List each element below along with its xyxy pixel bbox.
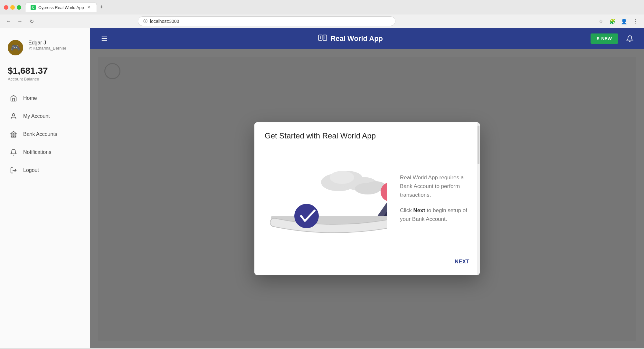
minimize-window-button[interactable] <box>10 5 15 10</box>
main-content: Real World App $ NEW <box>90 28 644 348</box>
user-name: Edgar J <box>28 40 66 46</box>
forward-button[interactable]: → <box>15 17 24 26</box>
person-icon <box>9 112 18 121</box>
svg-rect-2 <box>11 134 12 137</box>
sidebar-item-my-account-label: My Account <box>23 113 50 119</box>
svg-rect-4 <box>15 134 16 137</box>
sidebar-item-bank-accounts-label: Bank Accounts <box>23 131 57 137</box>
modal-text: Real World App requires a Bank Account t… <box>400 173 469 223</box>
new-tab-button[interactable]: + <box>97 3 106 12</box>
modal-title: Get Started with Real World App <box>265 131 469 140</box>
profile-button[interactable]: 👤 <box>620 17 629 26</box>
svg-point-0 <box>12 114 14 116</box>
sidebar-item-home-label: Home <box>23 95 37 101</box>
modal-illustration <box>265 153 387 243</box>
modal-header: Get Started with Real World App <box>254 122 480 146</box>
sidebar: 🎮 Edgar J @Katharina_Bernier $1,681.37 A… <box>0 28 90 348</box>
reload-button[interactable]: ↻ <box>27 17 36 26</box>
top-nav: Real World App $ NEW <box>90 28 644 49</box>
scrollbar-thumb <box>478 126 479 164</box>
sidebar-item-home[interactable]: Home <box>4 89 86 107</box>
sidebar-item-notifications[interactable]: Notifications <box>4 143 86 161</box>
bank-icon <box>9 130 18 139</box>
tab-bar: C Cypress Real World App ✕ + <box>25 3 640 12</box>
modal-body: Real World App requires a Bank Account t… <box>254 146 480 251</box>
address-bar: ← → ↻ ⓘ localhost:3000 ☆ 🧩 👤 ⋮ <box>0 14 644 28</box>
modal-dialog: Get Started with Real World App <box>254 122 480 275</box>
notification-button[interactable] <box>623 32 636 45</box>
user-section: 🎮 Edgar J @Katharina_Bernier <box>0 35 90 63</box>
balance-amount: $1,681.37 <box>8 66 82 76</box>
tab-close-button[interactable]: ✕ <box>86 5 91 10</box>
close-window-button[interactable] <box>4 5 8 10</box>
svg-rect-3 <box>13 134 14 137</box>
modal-overlay: Get Started with Real World App <box>90 49 644 348</box>
new-button-label: NEW <box>601 36 612 41</box>
sidebar-item-my-account[interactable]: My Account <box>4 107 86 125</box>
modal-description-2-prefix: Click <box>400 207 413 213</box>
sidebar-item-notifications-label: Notifications <box>23 149 51 155</box>
new-transaction-button[interactable]: $ NEW <box>591 33 618 44</box>
balance-section: $1,681.37 Account Balance <box>0 63 90 89</box>
maximize-window-button[interactable] <box>17 5 21 10</box>
nav-menu: Home My Account <box>0 89 90 179</box>
user-info: Edgar J @Katharina_Bernier <box>28 40 66 51</box>
active-tab[interactable]: C Cypress Real World App ✕ <box>25 3 97 12</box>
modal-scrollbar[interactable] <box>477 122 480 275</box>
bookmark-button[interactable]: ☆ <box>596 17 605 26</box>
avatar: 🎮 <box>8 40 23 55</box>
modal-next-bold: Next <box>413 207 425 213</box>
modal-footer: NEXT <box>254 251 480 275</box>
app-logo: Real World App <box>116 34 585 43</box>
balance-label: Account Balance <box>8 77 82 81</box>
page-content: Get Started with Real World App <box>90 49 644 348</box>
user-handle: @Katharina_Bernier <box>28 46 66 51</box>
svg-point-17 <box>330 171 354 184</box>
hamburger-button[interactable] <box>98 32 111 45</box>
traffic-lights <box>4 5 21 10</box>
url-bar[interactable]: ⓘ localhost:3000 <box>138 16 395 26</box>
logo-icon <box>318 34 327 43</box>
sidebar-item-logout-label: Logout <box>23 167 39 173</box>
sidebar-item-logout[interactable]: Logout <box>4 161 86 179</box>
tab-favicon: C <box>31 5 36 10</box>
app-title: Real World App <box>330 34 383 43</box>
url-text: localhost:3000 <box>150 19 179 24</box>
extensions-button[interactable]: 🧩 <box>608 17 617 26</box>
tab-title: Cypress Real World App <box>38 5 84 10</box>
title-bar: C Cypress Real World App ✕ + <box>0 0 644 14</box>
browser-actions: ☆ 🧩 👤 ⋮ <box>596 17 640 26</box>
svg-point-35 <box>294 204 319 228</box>
back-button[interactable]: ← <box>4 17 13 26</box>
logout-icon <box>9 166 18 175</box>
app-container: 🎮 Edgar J @Katharina_Bernier $1,681.37 A… <box>0 28 644 348</box>
browser-chrome: C Cypress Real World App ✕ + ← → ↻ ⓘ loc… <box>0 0 644 28</box>
home-icon <box>9 94 18 103</box>
modal-description-1: Real World App requires a Bank Account t… <box>400 174 464 198</box>
security-icon: ⓘ <box>143 18 147 24</box>
bell-icon <box>9 148 18 157</box>
menu-button[interactable]: ⋮ <box>631 17 640 26</box>
dollar-icon: $ <box>597 36 600 41</box>
next-button[interactable]: NEXT <box>455 256 469 267</box>
sidebar-item-bank-accounts[interactable]: Bank Accounts <box>4 125 86 143</box>
